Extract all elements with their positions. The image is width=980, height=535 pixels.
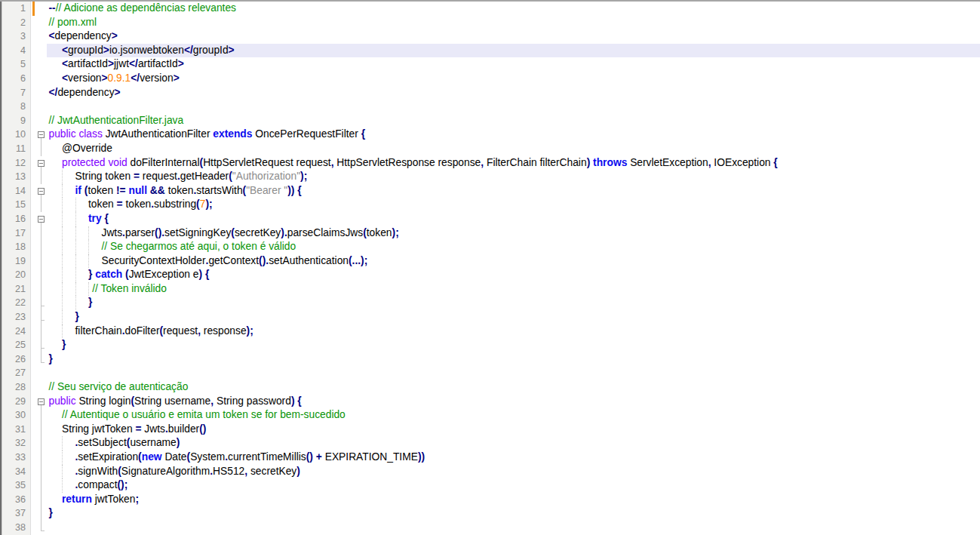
code-line[interactable]: 30// Autentique o usuário e emita um tok… (2, 408, 980, 423)
code-line-text[interactable]: return jwtToken; (47, 493, 980, 507)
code-line[interactable]: 7</dependency> (2, 86, 980, 100)
line-number[interactable]: 27 (2, 366, 31, 380)
code-line-text[interactable]: // Autentique o usuário e emita um token… (47, 408, 980, 423)
code-line[interactable]: 8 (2, 100, 980, 114)
code-line-text[interactable]: if (token != null && token.startsWith("B… (47, 184, 980, 198)
code-line-text[interactable]: public class JwtAuthenticationFilter ext… (47, 128, 980, 142)
line-number[interactable]: 29 (2, 395, 31, 409)
code-line-text[interactable]: </dependency> (47, 86, 980, 100)
code-editor[interactable]: 1--// Adicione as dependências relevante… (0, 0, 980, 535)
code-line-text[interactable]: public String login(String username, Str… (47, 395, 980, 409)
code-line[interactable]: 23} (2, 310, 980, 324)
line-number[interactable]: 35 (2, 478, 31, 493)
code-line[interactable]: 16try { (2, 212, 980, 226)
line-number[interactable]: 18 (2, 240, 31, 254)
code-line-text[interactable]: .setExpiration(new Date(System.currentTi… (47, 450, 980, 465)
code-line[interactable]: 10public class JwtAuthenticationFilter e… (2, 128, 980, 142)
code-line[interactable]: 37} (2, 506, 980, 521)
code-line[interactable]: 6<version>0.9.1</version> (2, 72, 980, 86)
code-line-text[interactable]: // pom.xml (47, 16, 980, 30)
line-number[interactable]: 38 (2, 521, 31, 535)
code-line-text[interactable]: String token = request.getHeader("Author… (47, 170, 980, 184)
line-number[interactable]: 23 (2, 310, 31, 324)
code-line-text[interactable]: try { (47, 212, 980, 226)
code-line[interactable]: 1--// Adicione as dependências relevante… (2, 2, 980, 16)
line-number[interactable]: 13 (2, 170, 31, 184)
line-number[interactable]: 22 (2, 296, 31, 310)
code-line[interactable]: 31String jwtToken = Jwts.builder() (2, 423, 980, 437)
code-line-text[interactable]: // JwtAuthenticationFilter.java (47, 114, 980, 128)
code-line-text[interactable]: String jwtToken = Jwts.builder() (47, 423, 980, 437)
code-line-text[interactable]: // Seu serviço de autenticação (47, 380, 980, 395)
code-line[interactable]: 36return jwtToken; (2, 493, 980, 507)
code-line[interactable]: 24filterChain.doFilter(request, response… (2, 324, 980, 339)
line-number[interactable]: 10 (2, 128, 31, 142)
fold-collapse-icon[interactable] (38, 160, 45, 167)
code-line-text[interactable]: } (47, 338, 980, 352)
code-line[interactable]: 28// Seu serviço de autenticação (2, 380, 980, 395)
line-number[interactable]: 34 (2, 465, 31, 479)
code-line-text[interactable]: } (47, 296, 980, 310)
code-line[interactable]: 38 (2, 521, 980, 535)
code-line[interactable]: 21// Token inválido (2, 282, 980, 297)
fold-collapse-icon[interactable] (38, 188, 45, 195)
line-number[interactable]: 32 (2, 436, 31, 450)
line-number[interactable]: 6 (2, 72, 31, 86)
line-number[interactable]: 20 (2, 268, 31, 282)
code-line[interactable]: 17Jwts.parser().setSigningKey(secretKey)… (2, 226, 980, 241)
code-line[interactable]: 2// pom.xml (2, 16, 980, 30)
code-line[interactable]: 11@Override (2, 142, 980, 156)
line-number[interactable]: 36 (2, 493, 31, 507)
code-line[interactable]: 5<artifactId>jjwt</artifactId> (2, 57, 980, 72)
line-number[interactable]: 24 (2, 324, 31, 339)
line-number[interactable]: 19 (2, 254, 31, 269)
code-line[interactable]: 13String token = request.getHeader("Auth… (2, 170, 980, 184)
code-line-text[interactable]: .setSubject(username) (47, 436, 980, 450)
code-line-text[interactable]: .signWith(SignatureAlgorithm.HS512, secr… (47, 465, 980, 479)
line-number[interactable]: 1 (2, 2, 31, 16)
code-line-text[interactable]: Jwts.parser().setSigningKey(secretKey).p… (47, 226, 980, 241)
line-number[interactable]: 5 (2, 57, 31, 72)
code-line[interactable]: 32.setSubject(username) (2, 436, 980, 450)
code-line[interactable]: 15token = token.substring(7); (2, 198, 980, 212)
line-number[interactable]: 16 (2, 212, 31, 226)
line-number[interactable]: 7 (2, 86, 31, 100)
code-line-text[interactable]: .compact(); (47, 478, 980, 493)
code-line[interactable]: 34.signWith(SignatureAlgorithm.HS512, se… (2, 465, 980, 479)
code-line-text[interactable]: <groupId>io.jsonwebtoken</groupId> (47, 44, 980, 58)
code-line[interactable]: 27 (2, 366, 980, 380)
line-number[interactable]: 4 (2, 44, 31, 58)
fold-collapse-icon[interactable] (38, 398, 45, 405)
code-line-text[interactable]: } (47, 506, 980, 521)
code-line-text[interactable] (47, 521, 980, 535)
code-line-text[interactable]: } (47, 352, 980, 367)
code-line-text[interactable]: // Token inválido (47, 282, 980, 297)
code-line[interactable]: 9// JwtAuthenticationFilter.java (2, 114, 980, 128)
code-line-text[interactable]: SecurityContextHolder.getContext().setAu… (47, 254, 980, 269)
line-number[interactable]: 2 (2, 16, 31, 30)
line-number[interactable]: 31 (2, 423, 31, 437)
code-line[interactable]: 14if (token != null && token.startsWith(… (2, 184, 980, 198)
fold-collapse-icon[interactable] (38, 216, 45, 223)
code-line[interactable]: 22} (2, 296, 980, 310)
code-line[interactable]: 18// Se chegarmos até aqui, o token é vá… (2, 240, 980, 254)
fold-collapse-icon[interactable] (38, 131, 45, 138)
code-line[interactable]: 19SecurityContextHolder.getContext().set… (2, 254, 980, 269)
code-line[interactable]: 33.setExpiration(new Date(System.current… (2, 450, 980, 465)
code-line-text[interactable]: <artifactId>jjwt</artifactId> (47, 57, 980, 72)
line-number[interactable]: 12 (2, 156, 31, 171)
code-line[interactable]: 20} catch (JwtException e) { (2, 268, 980, 282)
code-line-text[interactable] (47, 366, 980, 380)
code-line-text[interactable]: } (47, 310, 980, 324)
code-line-text[interactable] (47, 100, 980, 114)
line-number[interactable]: 3 (2, 29, 31, 44)
line-number[interactable]: 15 (2, 198, 31, 212)
line-number[interactable]: 9 (2, 114, 31, 128)
line-number[interactable]: 21 (2, 282, 31, 297)
line-number[interactable]: 17 (2, 226, 31, 241)
code-line-text[interactable]: filterChain.doFilter(request, response); (47, 324, 980, 339)
code-line[interactable]: 3<dependency> (2, 29, 980, 44)
code-line[interactable]: 25} (2, 338, 980, 352)
line-number[interactable]: 11 (2, 142, 31, 156)
line-number[interactable]: 26 (2, 352, 31, 367)
